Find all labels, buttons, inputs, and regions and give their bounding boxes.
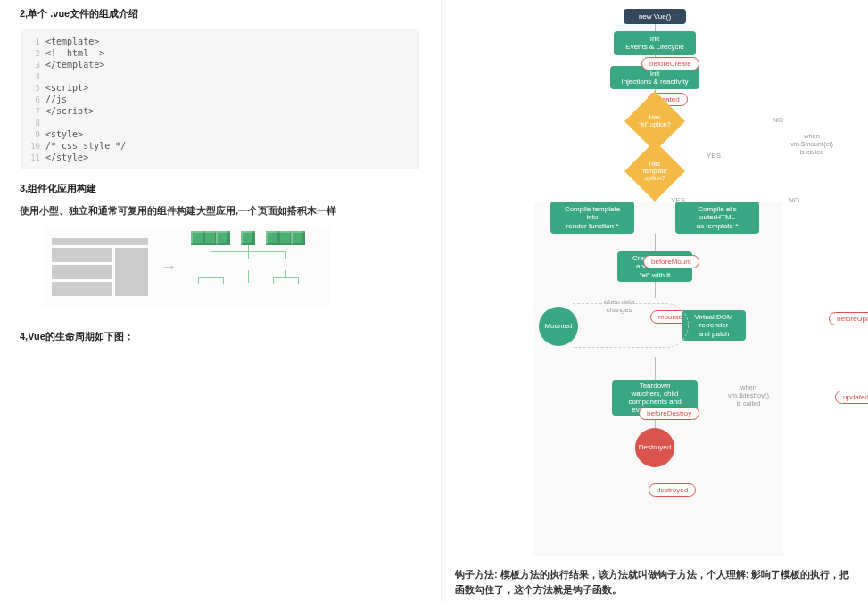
component-tree	[189, 231, 314, 302]
code-line: 5<script>	[22, 82, 418, 94]
diamond-has-template: Has"template" option?	[624, 141, 685, 202]
line-number: 11	[22, 153, 45, 162]
note-destroy-called: whenvm.$destroy()is called	[717, 383, 780, 408]
code-line: 7</script>	[22, 105, 418, 117]
tree-cube-icon	[241, 231, 255, 245]
line-number: 3	[22, 61, 45, 70]
code-text: <template>	[45, 37, 99, 46]
section3-title: 3,组件化应用构建	[20, 182, 421, 195]
note-mount-called: whenvm.$mount(el)is called	[778, 132, 846, 156]
hook-explanation-text: 钩子方法: 模板方法的执行结果，该方法就叫做钩子方法，个人理解: 影响了模板的执…	[455, 567, 855, 597]
virtual-dom-box: Virtual DOMre-renderand patch	[682, 310, 746, 341]
code-text: <style>	[45, 129, 83, 139]
tree-cube-icon	[191, 231, 205, 245]
code-line: 4	[22, 70, 418, 82]
vue-lifecycle-diagram: new Vue() InitEvents & Lifecycle beforeC…	[455, 5, 855, 558]
code-text: /* css style */	[45, 141, 126, 151]
label-no: NO	[789, 196, 799, 204]
vue-file-code-block: 1<template>2<!--html-->3</template>45<sc…	[21, 29, 419, 169]
code-line: 6//js	[22, 94, 418, 105]
wireframe-sidebar	[115, 248, 148, 296]
tree-cube-icon	[216, 231, 230, 245]
hook-destroyed: destroyed	[649, 483, 696, 497]
code-line: 2<!--html-->	[22, 47, 418, 59]
wireframe-header-bar	[52, 238, 148, 245]
line-number: 1	[22, 37, 45, 46]
line-number: 8	[22, 119, 45, 128]
code-text: <script>	[45, 83, 88, 93]
code-line: 11</style>	[22, 152, 418, 163]
line-number: 5	[22, 84, 45, 93]
arrow-right-icon: →	[161, 258, 177, 276]
line-number: 9	[22, 130, 45, 139]
hook-beforeUpdate: beforeUpdate	[829, 312, 868, 325]
code-line: 3</template>	[22, 59, 418, 70]
compile-outerhtml-box: Compile el'souterHTMLas template *	[675, 202, 759, 234]
hook-beforeMount: beforeMount	[643, 255, 699, 268]
label-yes: YES	[707, 152, 721, 160]
label-yes: YES	[671, 196, 685, 204]
lifecycle-init1-box: InitEvents & Lifecycle	[614, 31, 696, 54]
tree-cube-icon	[266, 231, 280, 245]
hook-updated: updated	[835, 391, 868, 404]
section3-subtext: 使用小型、独立和通常可复用的组件构建大型应用,一个页面如搭积木一样	[20, 204, 421, 218]
code-text: //js	[45, 95, 67, 104]
line-number: 10	[22, 142, 45, 151]
wireframe-mockup	[52, 238, 148, 296]
wireframe-block	[52, 265, 112, 279]
label-no: NO	[773, 116, 783, 124]
code-text: </template>	[45, 60, 104, 70]
code-line: 9<style>	[22, 128, 418, 140]
line-number: 4	[22, 72, 45, 81]
lifecycle-start-box: new Vue()	[624, 9, 686, 24]
tree-cube-icon	[291, 231, 305, 245]
right-column: new Vue() InitEvents & Lifecycle beforeC…	[442, 0, 868, 601]
hook-beforeCreate: beforeCreate	[641, 57, 699, 70]
code-text: </script>	[45, 106, 94, 116]
code-text: <!--html-->	[45, 48, 104, 58]
code-line: 10/* css style */	[22, 140, 418, 152]
section4-title: 4,Vue的生命周期如下图：	[20, 330, 421, 343]
line-number: 7	[22, 107, 45, 116]
code-line: 8	[22, 117, 418, 128]
left-column: 2,单个 .vue文件的组成介绍 1<template>2<!--html-->…	[0, 0, 442, 601]
component-tree-figure: →	[43, 226, 330, 307]
hook-beforeDestroy: beforeDestroy	[639, 407, 699, 420]
wireframe-block	[52, 248, 112, 262]
compile-template-box: Compile templateintorender function *	[550, 202, 634, 234]
destroyed-circle: Destroyed	[635, 428, 674, 467]
line-number: 6	[22, 95, 45, 104]
wireframe-block	[52, 282, 112, 296]
line-number: 2	[22, 49, 45, 58]
code-text: </style>	[45, 152, 88, 162]
section2-title: 2,单个 .vue文件的组成介绍	[20, 7, 421, 21]
code-line: 1<template>	[22, 36, 418, 47]
